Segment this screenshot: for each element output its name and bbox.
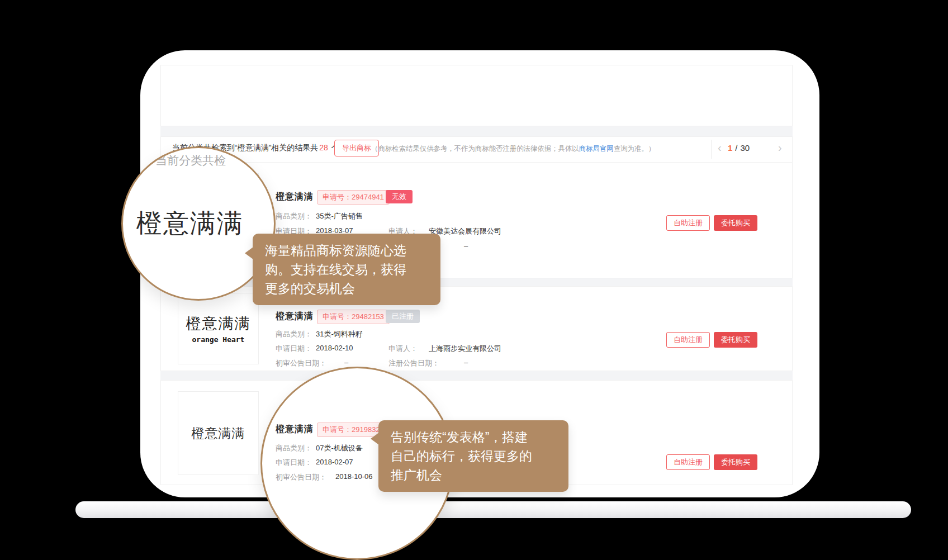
category-label: 商品类别：: [276, 211, 312, 221]
pagination-current: 1: [728, 143, 732, 153]
entrust-buy-button[interactable]: 委托购买: [714, 215, 757, 231]
results-disclaimer: （商标检索结果仅供参考，不作为商标能否注册的法律依据；具体以商标局官网查询为准。…: [371, 144, 655, 154]
trademark-thumbnail: 橙意满满 orange Heart: [178, 293, 259, 364]
category-label: 商品类别：: [276, 329, 312, 339]
pagination: 1 / 30: [728, 143, 750, 153]
trademark-thumbnail: 橙意满满: [178, 391, 259, 475]
callout-bubble-marketplace: 海量精品商标资源随心选 购。支持在线交易，获得 更多的交易机会: [253, 234, 440, 305]
chevron-left-icon[interactable]: ‹: [718, 142, 722, 153]
status-badge: 无效: [386, 190, 413, 203]
laptop-base: [75, 501, 911, 518]
pagination-separator: /: [735, 143, 737, 153]
reg-publication-value: –: [464, 358, 468, 367]
disclaimer-prefix: （商标检索结果仅供参考，不作为商标能否注册的法律依据；具体以: [371, 145, 579, 153]
results-header-divider: [160, 162, 793, 163]
pagination-divider: [711, 140, 712, 159]
magnified-trademark-text: 橙意满满: [136, 206, 244, 241]
pagination-total: 30: [741, 143, 750, 153]
apply-date-label: 申请日期：: [276, 344, 312, 354]
application-number-badge: 申请号：29482153: [317, 310, 390, 324]
trademark-office-link[interactable]: 商标局官网: [579, 145, 614, 153]
apply-date-label: 申请日期：: [276, 458, 312, 468]
reg-publication-value: –: [464, 241, 468, 250]
filter-card: [160, 65, 793, 126]
trademark-image-subtext: orange Heart: [192, 335, 245, 344]
applicant-label: 申请人：: [388, 344, 418, 354]
chevron-right-icon[interactable]: ›: [778, 142, 782, 153]
applicant-value: 上海雨步实业有限公司: [429, 344, 501, 354]
results-count: 28: [319, 143, 328, 152]
row-title: 橙意满满: [276, 311, 314, 322]
reg-publication-label: 注册公告日期：: [388, 358, 439, 368]
trademark-image-text: 橙意满满: [186, 314, 251, 334]
magnified-header-fragment: 当前分类共检: [155, 153, 226, 168]
self-register-button[interactable]: 自助注册: [666, 215, 710, 231]
disclaimer-suffix: 查询为准。）: [614, 145, 655, 153]
self-register-button[interactable]: 自助注册: [666, 332, 710, 348]
callout-bubble-promotion: 告别传统“发表格”，搭建 自己的标行，获得更多的 推广机会: [378, 420, 568, 492]
category-label: 商品类别：: [276, 443, 312, 453]
category-value: 07类-机械设备: [316, 443, 363, 453]
page-background: 当前选择 02 颜料油漆 × 全部清除 商标分类 01 化学原料 02 颜料油漆…: [0, 0, 948, 560]
self-register-button[interactable]: 自助注册: [666, 454, 710, 470]
first-publication-value: –: [344, 358, 348, 367]
application-number-badge: 申请号：29474941: [317, 190, 390, 205]
entrust-buy-button[interactable]: 委托购买: [714, 454, 757, 470]
row-title: 橙意满满: [276, 191, 314, 203]
apply-date-value: 2018-02-10: [316, 344, 353, 352]
entrust-buy-button[interactable]: 委托购买: [714, 332, 757, 348]
first-publication-value: 2018-10-06: [335, 472, 373, 481]
category-value: 31类-饲料种籽: [316, 329, 363, 339]
status-badge: 已注册: [386, 310, 420, 323]
category-value: 35类-广告销售: [316, 211, 363, 221]
applicant-value: 安徽美达会展有限公司: [429, 226, 501, 236]
trademark-image-text: 橙意满满: [192, 425, 245, 442]
first-publication-label: 初审公告日期：: [276, 358, 326, 368]
row-title: 橙意满满: [276, 424, 314, 435]
apply-date-value: 2018-02-07: [316, 458, 353, 466]
first-publication-label: 初审公告日期：: [276, 472, 326, 482]
